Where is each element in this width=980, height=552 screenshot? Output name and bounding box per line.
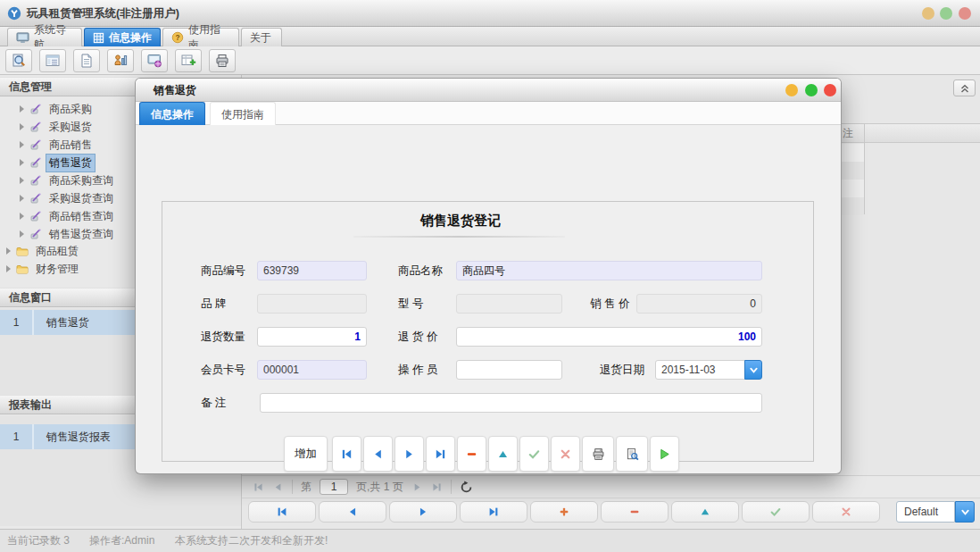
page-next-icon[interactable] (411, 481, 423, 493)
field-label-remark: 备 注 (201, 393, 226, 413)
record-prev-button[interactable] (363, 436, 393, 472)
window-maximize-button[interactable] (940, 7, 952, 20)
collapse-panel-button[interactable] (953, 79, 976, 96)
expand-arrow-icon[interactable] (20, 177, 24, 184)
operator-input[interactable] (456, 360, 562, 380)
user-report-icon (112, 53, 129, 69)
search-button[interactable] (5, 49, 32, 72)
tab-user-guide[interactable]: 使用指南 (162, 28, 239, 46)
tree-item-label: 销售退货查询 (46, 226, 116, 243)
status-bar: 当前记录数 3 操作者:Admin 本系统支持二次开发和全新开发! (0, 529, 980, 552)
last-icon (434, 447, 447, 461)
remark-input[interactable] (260, 393, 762, 413)
edit-record-button[interactable] (488, 436, 518, 472)
tool-icon (29, 138, 42, 151)
print-preview-button[interactable] (616, 436, 648, 472)
date-dropdown-button[interactable] (744, 360, 762, 380)
field-label-name: 商品名称 (398, 261, 443, 280)
expand-arrow-icon[interactable] (20, 195, 24, 202)
list-view-button[interactable] (39, 49, 66, 72)
tab-info-operation[interactable]: 信息操作 (84, 28, 161, 46)
page-first-icon[interactable] (253, 481, 264, 493)
cancel-button[interactable] (551, 436, 580, 472)
user-report-button[interactable] (107, 49, 134, 72)
page-last-icon[interactable] (431, 481, 443, 493)
expand-arrow-icon[interactable] (20, 159, 24, 166)
expand-arrow-icon[interactable] (20, 230, 24, 238)
product-code-input[interactable] (257, 261, 367, 280)
app-logo-icon (7, 6, 21, 21)
expand-arrow-icon[interactable] (20, 213, 24, 220)
tree-item-label-selected: 销售退货 (46, 155, 95, 171)
row-index: 1 (0, 310, 34, 335)
plus-icon (558, 506, 570, 518)
tab-about[interactable]: 关于 (241, 28, 282, 46)
return-date-input[interactable] (655, 360, 745, 380)
record-last-button[interactable] (426, 436, 455, 472)
dialog-close-button[interactable] (824, 84, 836, 96)
field-label-return-price: 退 货 价 (398, 327, 437, 347)
tool-icon (29, 210, 42, 222)
tool-icon (29, 103, 42, 115)
return-price-input[interactable] (456, 327, 762, 347)
grid-cancel-button[interactable] (812, 501, 880, 523)
skin-select-dropdown-button[interactable] (955, 501, 975, 523)
sale-price-input[interactable] (636, 294, 762, 314)
grid-confirm-button[interactable] (742, 501, 810, 523)
title-divider (353, 236, 565, 238)
dialog-minimize-button[interactable] (785, 84, 798, 96)
expand-arrow-icon[interactable] (20, 105, 24, 113)
grid-edit-button[interactable] (671, 501, 739, 523)
refresh-icon[interactable] (460, 481, 473, 494)
grid-last-button[interactable] (460, 501, 527, 523)
new-document-button[interactable] (73, 49, 100, 72)
return-qty-input[interactable] (257, 327, 367, 347)
model-input[interactable] (456, 294, 562, 314)
tool-icon (29, 228, 42, 240)
main-toolbar (0, 46, 980, 75)
dialog-maximize-button[interactable] (805, 84, 818, 96)
record-next-button[interactable] (394, 436, 424, 472)
separator (292, 480, 293, 494)
next-icon (403, 447, 416, 461)
page-number-input[interactable] (320, 479, 348, 495)
window-minimize-button[interactable] (922, 7, 934, 20)
grid-remove-button[interactable] (601, 501, 669, 523)
add-record-button[interactable]: 增加 (284, 436, 328, 472)
tool-icon (29, 121, 42, 133)
grid-prev-button[interactable] (319, 501, 386, 523)
confirm-button[interactable] (519, 436, 549, 472)
grid-first-button[interactable] (248, 501, 316, 523)
skin-select[interactable]: Default (896, 501, 955, 523)
grid-add-button[interactable] (530, 501, 598, 523)
print-button[interactable] (582, 436, 614, 472)
field-label-model: 型 号 (398, 294, 423, 314)
tab-label: 关于 (250, 30, 271, 46)
print-device-button[interactable] (209, 49, 236, 72)
grid-next-button[interactable] (389, 501, 457, 523)
delete-record-button[interactable] (457, 436, 486, 472)
expand-arrow-icon[interactable] (6, 247, 11, 255)
dialog-tab-info-operation[interactable]: 信息操作 (139, 102, 205, 125)
expand-arrow-icon[interactable] (6, 265, 11, 272)
table-add-button[interactable] (175, 49, 202, 72)
screen-preview-button[interactable] (141, 49, 168, 72)
product-name-input[interactable] (456, 261, 762, 280)
document-icon (79, 53, 95, 69)
main-tab-bar: 系统导航 信息操作 使用指南 关于 (0, 27, 980, 46)
record-first-button[interactable] (332, 436, 361, 472)
chevron-down-icon (749, 365, 759, 375)
tool-icon (29, 156, 42, 169)
tab-system-nav[interactable]: 系统导航 (7, 28, 82, 46)
dialog-tab-user-guide[interactable]: 使用指南 (210, 102, 276, 125)
window-close-button[interactable] (959, 7, 971, 20)
play-icon (658, 447, 671, 461)
page-prev-icon[interactable] (272, 481, 284, 493)
member-card-input[interactable] (257, 360, 367, 380)
grid-icon (93, 32, 104, 44)
brand-input[interactable] (257, 294, 367, 314)
execute-button[interactable] (650, 436, 679, 472)
first-icon (340, 447, 353, 461)
expand-arrow-icon[interactable] (20, 123, 24, 130)
expand-arrow-icon[interactable] (20, 141, 24, 148)
